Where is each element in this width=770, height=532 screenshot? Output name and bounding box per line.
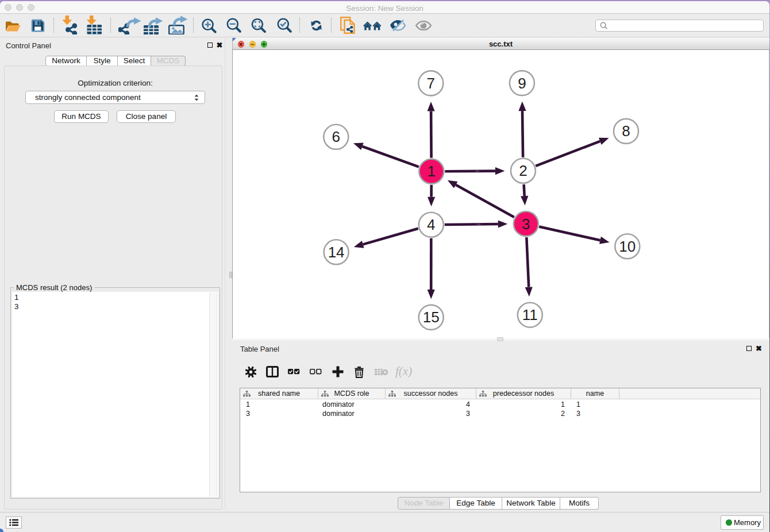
svg-text:3: 3	[522, 215, 530, 233]
svg-text:14: 14	[328, 244, 345, 261]
svg-text:15: 15	[423, 309, 440, 326]
svg-text:8: 8	[622, 122, 630, 140]
svg-text:7: 7	[427, 75, 435, 92]
svg-text:10: 10	[619, 238, 636, 255]
svg-text:2: 2	[519, 162, 527, 179]
svg-text:9: 9	[518, 75, 526, 92]
svg-text:1: 1	[428, 163, 436, 180]
svg-text:4: 4	[427, 216, 435, 233]
svg-text:11: 11	[522, 306, 538, 323]
svg-text:6: 6	[332, 128, 340, 145]
